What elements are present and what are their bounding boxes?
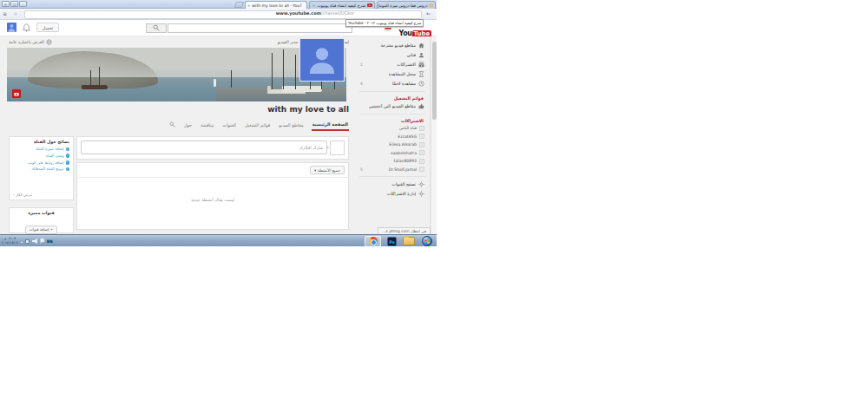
tab-tooltip: شرح كيفية انشاء قناة يوتيوب ٢٠١٢ - YouTu… xyxy=(345,19,424,27)
banner-buoy xyxy=(214,79,216,87)
system-tray: ٠٢:٠٧ م ٢٠١٤/٠٥/٠٨ ▴ EN xyxy=(2,235,53,247)
scrollbar-thumb[interactable] xyxy=(432,42,437,120)
subscriptions-heading: الاشتراكات xyxy=(355,117,430,124)
tab-home[interactable]: الصفحة الرئيسية xyxy=(312,120,349,131)
channel-avatar[interactable] xyxy=(299,38,345,82)
view-as-public-link[interactable]: العرض باعتباره عامة xyxy=(9,39,52,45)
page-viewport: مقاطع فيديو مقترحة قناتي الاشتراكات 2 سج… xyxy=(0,36,437,234)
chrome-taskbar-button[interactable] xyxy=(365,236,381,247)
check-circle-icon: ✓ xyxy=(66,160,70,165)
playlists-heading: قوائم التشغيل xyxy=(355,95,430,101)
language-indicator[interactable]: EN xyxy=(47,239,53,244)
desktop-canvas: ✕ ❐ – ✕ with my love to all - YouT ▸ شرح… xyxy=(0,0,868,399)
guide-item-history[interactable]: سجل المشاهدة xyxy=(355,69,430,79)
gear-icon xyxy=(418,181,424,187)
minimize-window-button[interactable]: – xyxy=(19,1,27,7)
network-icon[interactable] xyxy=(25,239,30,244)
explorer-taskbar-icon[interactable] xyxy=(403,237,415,245)
channel-banner xyxy=(7,48,346,101)
windows-taskbar: Ps ٠٢:٠٧ م ٢٠١٤/٠٥/٠٨ ▴ EN xyxy=(0,234,437,246)
tip-item[interactable]: ✓ إضافة روابط على الويب xyxy=(13,160,69,165)
globe-icon xyxy=(46,39,52,45)
guide-sidebar: مقاطع فيديو مقترحة قناتي الاشتراكات 2 سج… xyxy=(355,36,431,234)
speaker-icon[interactable] xyxy=(32,239,37,244)
tab-active[interactable]: ✕ with my love to all - YouT xyxy=(245,1,307,9)
tab-close-icon[interactable]: ✕ xyxy=(312,3,315,8)
channel-thumbnail xyxy=(419,126,424,131)
guide-item-watch-later[interactable]: مشاهدة لاحقًا 4 xyxy=(355,79,430,88)
tab-favicon xyxy=(430,3,434,8)
guide-item-subscriptions[interactable]: الاشتراكات 2 xyxy=(355,60,430,69)
url-path: /channel/UCkor xyxy=(321,10,354,16)
activity-card: جميع الأنشطة ▾ ليست هناك أنشطة حديثة xyxy=(76,162,349,230)
tab-3[interactable]: دروس ففا دروس ميزة المونتاج ✕ xyxy=(377,1,436,9)
channel-tips-card: نصائح حول القناة ✓ إضافة صورة القناة ✓ و… xyxy=(9,136,74,200)
tip-item[interactable]: ✓ وصف القناة xyxy=(13,154,69,158)
upload-button[interactable]: تحميل xyxy=(36,23,59,32)
edit-banner-button[interactable] xyxy=(12,89,21,98)
search-button[interactable] xyxy=(146,23,167,33)
divider xyxy=(359,91,425,92)
gear-icon xyxy=(418,191,424,197)
tip-item[interactable]: ✓ ترويج القناة لأصدقائك xyxy=(13,167,69,171)
omnibox[interactable] xyxy=(24,10,422,19)
account-avatar[interactable] xyxy=(7,23,16,32)
maximize-window-button[interactable]: ❐ xyxy=(10,1,18,7)
subscribed-channel[interactable]: Ezzat45G xyxy=(355,133,430,141)
guide-menu-icon[interactable] xyxy=(385,26,391,32)
url-text[interactable]: www.youtube.com/channel/UCkor xyxy=(276,10,354,16)
guide-item-my-channel[interactable]: قناتي xyxy=(355,50,430,60)
browser-window: ✕ ❐ – ✕ with my love to all - YouT ▸ شرح… xyxy=(0,0,437,247)
channel-title: with my love to all xyxy=(175,105,349,114)
empty-activity-message: ليست هناك أنشطة حديثة xyxy=(77,198,348,202)
activity-filter-button[interactable]: جميع الأنشطة ▾ xyxy=(310,166,345,174)
banner-boat xyxy=(282,86,322,92)
banner-sailboat xyxy=(82,85,108,89)
tab-close-icon[interactable]: ✕ xyxy=(247,3,250,8)
featured-channels-card: قنوات مميزة + إضافة قنوات xyxy=(9,207,74,233)
windows-logo-icon xyxy=(424,239,431,244)
add-channels-button[interactable]: + إضافة قنوات xyxy=(25,226,58,234)
view-all-link[interactable]: عرض الكل › xyxy=(13,193,32,197)
tips-heading: نصائح حول القناة xyxy=(13,140,69,144)
tab-playlists[interactable]: قوائم التشغيل xyxy=(244,121,271,130)
subscribed-channel[interactable]: fafan80893 xyxy=(355,157,430,166)
bookmark-star-icon[interactable]: ☆ xyxy=(13,10,17,16)
share-thoughts-input[interactable] xyxy=(81,141,327,154)
tab-videos[interactable]: مقاطع الفيديو xyxy=(278,121,305,130)
tab-channels[interactable]: القنوات xyxy=(221,121,237,130)
subscribed-channel[interactable]: قناة الناس xyxy=(355,124,430,133)
subscribed-channel[interactable]: Dr.Shafi.Jamal 5 xyxy=(355,166,430,174)
subscribed-channel[interactable]: Elissa Alsarab xyxy=(355,141,430,149)
browser-status-text: في انتظار s.ytimg.com... xyxy=(378,227,431,234)
tip-item[interactable]: ✓ إضافة صورة القناة xyxy=(13,147,69,151)
tab-title: دروس ففا دروس ميزة المونتاج xyxy=(377,3,428,8)
tab-2[interactable]: ▸ شرح كيفية انشاء قناة يوتيوب ✕ xyxy=(309,1,375,9)
manage-subscriptions-item[interactable]: إدارة الاشتراكات xyxy=(355,189,430,199)
browser-menu-icon[interactable]: ≡ xyxy=(3,10,7,16)
clock-icon xyxy=(418,81,424,87)
browse-channels-item[interactable]: تصفح القنوات xyxy=(355,180,430,189)
tab-discussion[interactable]: مناقشة xyxy=(200,121,214,130)
action-center-flag-icon[interactable] xyxy=(40,239,44,244)
subscribed-channel[interactable]: saabelshatra xyxy=(355,149,430,158)
guide-item-home[interactable]: مقاطع فيديو مقترحة xyxy=(355,41,430,50)
notifications-bell-icon[interactable] xyxy=(23,23,30,32)
guide-item-liked-videos[interactable]: مقاطع الفيديو التي أعجبتني xyxy=(355,101,430,111)
photoshop-taskbar-icon[interactable]: Ps xyxy=(387,237,397,246)
close-window-button[interactable]: ✕ xyxy=(2,1,10,7)
back-button-icon[interactable]: ← xyxy=(426,10,431,17)
search-input[interactable] xyxy=(168,23,352,33)
taskbar-clock[interactable]: ٠٢:٠٧ م ٢٠١٤/٠٥/٠٨ xyxy=(2,237,18,245)
new-tab-button[interactable] xyxy=(234,2,244,8)
channel-tabs: الصفحة الرئيسية مقاطع الفيديو قوائم التش… xyxy=(168,120,349,130)
channel-search-icon[interactable] xyxy=(168,120,176,130)
page-scrollbar[interactable] xyxy=(431,36,437,234)
check-circle-icon: ✓ xyxy=(66,167,70,172)
camera-icon xyxy=(14,92,19,96)
tab-about[interactable]: حول xyxy=(183,121,193,130)
youtube-favicon: ▸ xyxy=(367,3,372,8)
tray-expand-icon[interactable]: ▴ xyxy=(21,239,23,244)
start-button[interactable] xyxy=(422,236,432,246)
address-bar: ≡ ☆ www.youtube.com/channel/UCkor ← شرح … xyxy=(0,9,437,20)
